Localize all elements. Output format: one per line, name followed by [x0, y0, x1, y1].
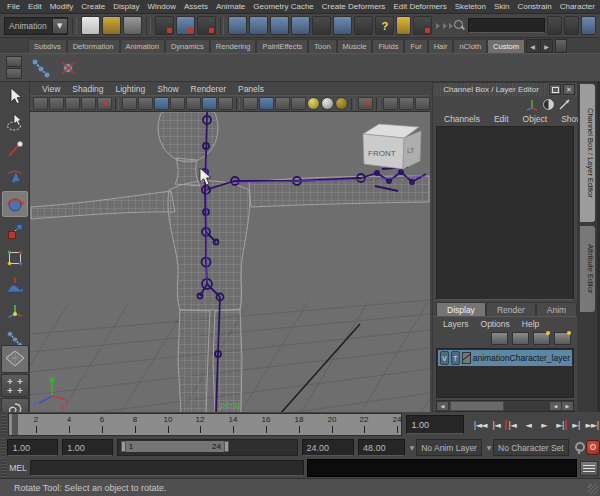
- layer-tab-render[interactable]: Render: [486, 302, 536, 316]
- shelf-tab-deformation[interactable]: Deformation: [67, 39, 120, 53]
- default-light-icon[interactable]: [307, 97, 320, 110]
- new-layer-from-selected-icon[interactable]: [554, 332, 571, 345]
- current-time-field[interactable]: 1.00: [406, 415, 464, 434]
- snap-to-grid-icon[interactable]: [228, 16, 247, 35]
- le-menu-help[interactable]: Help: [516, 319, 545, 329]
- panel-menu-renderer[interactable]: Renderer: [185, 84, 232, 94]
- shelf-tab-fluids[interactable]: Fluids: [372, 39, 404, 53]
- animation-start-field[interactable]: 1.00: [7, 439, 58, 456]
- shelf-tab-ncloth[interactable]: nCloth: [453, 39, 487, 53]
- render-view-icon[interactable]: [413, 16, 432, 35]
- layer-tab-display[interactable]: Display: [436, 302, 486, 316]
- playback-start-field[interactable]: 1.00: [62, 439, 113, 456]
- step-back-frame-button[interactable]: |◄: [488, 416, 504, 434]
- rotate-tool-button[interactable]: [2, 191, 28, 217]
- go-to-start-button[interactable]: |◄◄: [472, 416, 488, 434]
- scroll-left-icon[interactable]: ◀: [437, 402, 448, 410]
- camera-icon[interactable]: [33, 97, 48, 110]
- ik-handle-shelf-icon[interactable]: [58, 57, 80, 79]
- shelf-tab-muscle[interactable]: Muscle: [337, 39, 373, 53]
- range-slider-grip[interactable]: [1, 438, 5, 458]
- shelf-tab-painteffects[interactable]: PaintEffects: [256, 39, 308, 53]
- panel-menu-view[interactable]: View: [36, 84, 66, 94]
- scroll-right-icon[interactable]: ▶: [562, 402, 573, 410]
- play-backwards-button[interactable]: ◄: [520, 416, 536, 434]
- character-set-dropdown[interactable]: No Character Set: [493, 439, 569, 456]
- playback-end-field[interactable]: 24.00: [302, 439, 354, 456]
- range-bar[interactable]: 1 24: [121, 441, 229, 452]
- joint-tool-shelf-icon[interactable]: [30, 57, 52, 79]
- wireframe-mode-icon[interactable]: [243, 97, 258, 110]
- safe-title-icon[interactable]: [218, 97, 233, 110]
- hyperbolic-icon[interactable]: [558, 98, 571, 111]
- universal-manipulator-button[interactable]: [2, 245, 28, 271]
- search-icon[interactable]: [453, 19, 466, 32]
- show-hide-toolbox-icon[interactable]: [547, 16, 562, 35]
- safe-action-icon[interactable]: [202, 97, 217, 110]
- menu-file[interactable]: File: [3, 2, 24, 11]
- show-manipulator-tool-button[interactable]: [2, 299, 28, 325]
- layer-list-scrollbar[interactable]: ◀ ◀ ▶: [436, 400, 574, 412]
- menu-edit[interactable]: Edit: [24, 2, 46, 11]
- auto-keyframe-toggle[interactable]: [586, 440, 600, 455]
- anim-layer-dropdown[interactable]: No Anim Layer: [416, 439, 482, 456]
- group-collapser-icon[interactable]: [434, 18, 438, 34]
- step-forward-frame-button[interactable]: ►|: [568, 416, 584, 434]
- tab-attribute-editor[interactable]: Attribute Editor: [580, 226, 595, 312]
- range-slider[interactable]: 1 24: [117, 439, 298, 456]
- layer-visibility-toggle[interactable]: V: [440, 351, 449, 365]
- go-to-end-button[interactable]: ►►|: [584, 416, 600, 434]
- select-camera-icon[interactable]: [49, 97, 64, 110]
- layer-name[interactable]: animationCharacter_layer: [473, 353, 570, 363]
- shelf-toggle-widget[interactable]: [6, 56, 22, 78]
- menu-create-deformers[interactable]: Create Deformers: [318, 2, 390, 11]
- cb-menu-object[interactable]: Object: [516, 114, 555, 124]
- two-d-pan-icon[interactable]: [97, 97, 112, 110]
- anim-layer-dropdown-icon[interactable]: ▼: [408, 441, 416, 454]
- save-scene-icon[interactable]: [123, 16, 142, 35]
- status-divider[interactable]: [146, 17, 151, 35]
- step-forward-key-button[interactable]: ►|: [552, 416, 568, 434]
- input-connections-icon[interactable]: [333, 16, 352, 35]
- snap-to-curve-icon[interactable]: [249, 16, 268, 35]
- shelf-tab-hair[interactable]: Hair: [428, 39, 454, 53]
- range-end-handle[interactable]: [224, 441, 229, 452]
- command-line-input[interactable]: [30, 460, 304, 476]
- move-layer-down-icon[interactable]: [512, 332, 529, 345]
- shelf-tab-toon[interactable]: Toon: [308, 39, 336, 53]
- current-frame-marker[interactable]: [12, 414, 18, 435]
- snap-to-plane-icon[interactable]: [291, 16, 310, 35]
- layer-list[interactable]: V T animationCharacter_layer: [436, 348, 574, 398]
- panel-menu-shading[interactable]: Shading: [66, 84, 109, 94]
- shaded-mode-icon[interactable]: [259, 97, 274, 110]
- select-tool-button[interactable]: [2, 83, 28, 109]
- snap-to-point-icon[interactable]: [270, 16, 289, 35]
- shelf-tab-prev-icon[interactable]: ◀: [526, 39, 539, 53]
- layer-tab-anim[interactable]: Anim: [536, 302, 577, 316]
- group-collapser-icon[interactable]: [447, 18, 451, 34]
- shelf-tab-fur[interactable]: Fur: [404, 39, 427, 53]
- menu-window[interactable]: Window: [144, 2, 180, 11]
- shelf-tab-next-icon[interactable]: ▶: [540, 39, 553, 53]
- bookmark-icon[interactable]: [65, 97, 80, 110]
- channel-box-content[interactable]: [436, 126, 574, 300]
- float-panel-icon[interactable]: [549, 84, 561, 95]
- layer-color-swatch[interactable]: [462, 352, 471, 364]
- new-scene-icon[interactable]: [81, 16, 100, 35]
- open-scene-icon[interactable]: [102, 16, 121, 35]
- move-layer-up-icon[interactable]: [491, 332, 508, 345]
- field-chart-icon[interactable]: [186, 97, 201, 110]
- resolution-gate-icon[interactable]: [154, 97, 169, 110]
- step-back-key-button[interactable]: |◄: [504, 416, 520, 434]
- silhouette-light-icon[interactable]: [321, 97, 334, 110]
- show-hide-channelbox-icon[interactable]: [564, 16, 579, 35]
- new-empty-layer-icon[interactable]: [533, 332, 550, 345]
- paint-select-tool-button[interactable]: [2, 137, 28, 163]
- menu-geometry-cache[interactable]: Geometry Cache: [249, 2, 317, 11]
- resize-grip[interactable]: [588, 484, 598, 494]
- menu-character[interactable]: Character: [556, 2, 599, 11]
- select-hierarchy-icon[interactable]: [155, 16, 174, 35]
- le-menu-options[interactable]: Options: [475, 319, 516, 329]
- construction-history-icon[interactable]: ?: [375, 16, 394, 35]
- shelf-tab-subdivs[interactable]: Subdivs: [28, 39, 67, 53]
